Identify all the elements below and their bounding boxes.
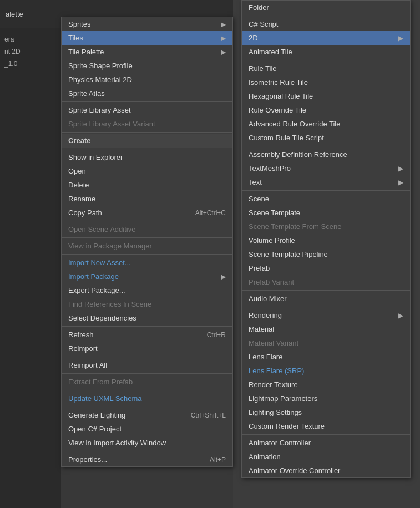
menu-item-update-uxml[interactable]: Update UXML Schema xyxy=(62,392,232,405)
menu-item-import-new[interactable]: Import New Asset... xyxy=(62,256,232,270)
shortcut-refresh: Ctrl+R xyxy=(207,331,226,339)
menu-item-scene[interactable]: Scene xyxy=(242,192,410,206)
sidebar-item-2: nt 2D xyxy=(0,45,61,58)
menu-item-sprite-lib[interactable]: Sprite Library Asset xyxy=(62,103,232,117)
r-separator-1 xyxy=(242,60,410,60)
arrow-icon-tmp: ▶ xyxy=(398,165,403,172)
menu-label-custom-rule-script: Custom Rule Tile Script xyxy=(249,134,324,142)
menu-label-animated-tile: Animated Tile xyxy=(249,48,292,56)
separator-11 xyxy=(62,451,232,451)
menu-item-lightmap-params[interactable]: Lightmap Parameters xyxy=(242,392,410,405)
menu-item-2d[interactable]: 2D ▶ xyxy=(242,31,410,45)
menu-item-physics-mat[interactable]: Physics Material 2D xyxy=(62,73,232,87)
menu-item-delete[interactable]: Delete xyxy=(62,178,232,192)
menu-label-lens-flare-srp: Lens Flare (SRP) xyxy=(249,367,304,375)
menu-item-lens-flare-srp[interactable]: Lens Flare (SRP) xyxy=(242,364,410,378)
menu-item-material[interactable]: Material xyxy=(242,322,410,336)
menu-label-refresh: Refresh xyxy=(68,331,94,339)
menu-item-tile-palette[interactable]: Tile Palette ▶ xyxy=(62,45,232,59)
r-separator-0 xyxy=(242,16,410,16)
menu-label-rule-tile: Rule Tile xyxy=(249,64,277,73)
separator-2 xyxy=(62,149,232,149)
menu-item-reimport[interactable]: Reimport xyxy=(62,342,232,355)
arrow-icon-tiles: ▶ xyxy=(221,34,226,42)
menu-item-open[interactable]: Open xyxy=(62,164,232,178)
menu-label-csharp-script: C# Script xyxy=(249,20,278,28)
menu-item-prefab[interactable]: Prefab xyxy=(242,261,410,275)
menu-label-animation: Animation xyxy=(249,453,281,461)
menu-item-assembly-def-ref[interactable]: Assembly Definition Reference xyxy=(242,148,410,161)
r-separator-5 xyxy=(242,307,410,307)
menu-item-animator-controller[interactable]: Animator Controller xyxy=(242,436,410,450)
menu-label-scene-template-from-scene: Scene Template From Scene xyxy=(249,222,341,231)
menu-item-volume-profile[interactable]: Volume Profile xyxy=(242,233,410,247)
menu-label-animator-controller: Animator Controller xyxy=(249,439,311,447)
menu-label-export-package: Export Package... xyxy=(68,286,125,294)
menu-item-reimport-all[interactable]: Reimport All xyxy=(62,358,232,372)
menu-label-material: Material xyxy=(249,325,274,333)
menu-label-lens-flare: Lens Flare xyxy=(249,353,282,361)
menu-label-folder: Folder xyxy=(249,3,269,12)
menu-label-tiles: Tiles xyxy=(68,34,83,42)
menu-item-properties[interactable]: Properties... Alt+P xyxy=(62,453,232,466)
menu-item-lens-flare[interactable]: Lens Flare xyxy=(242,350,410,364)
menu-label-rename: Rename xyxy=(68,195,95,203)
separator-10 xyxy=(62,407,232,407)
menu-item-text[interactable]: Text ▶ xyxy=(242,175,410,189)
menu-item-csharp-script[interactable]: C# Script xyxy=(242,17,410,31)
menu-label-custom-render-texture: Custom Render Texture xyxy=(249,422,325,430)
menu-item-show-explorer[interactable]: Show in Explorer xyxy=(62,150,232,164)
menu-item-hex-rule-tile[interactable]: Hexagonal Rule Tile xyxy=(242,89,410,103)
section-label-create: Create xyxy=(68,136,90,145)
menu-item-scene-template-pipeline[interactable]: Scene Template Pipeline xyxy=(242,247,410,261)
arrow-icon-import-pkg: ▶ xyxy=(221,273,226,281)
sidebar-items: era nt 2D _1.0 xyxy=(0,28,61,70)
menu-item-animator-override[interactable]: Animator Override Controller xyxy=(242,464,410,477)
menu-item-animation[interactable]: Animation xyxy=(242,450,410,464)
menu-item-view-import-activity[interactable]: View in Import Activity Window xyxy=(62,436,232,450)
menu-item-rename[interactable]: Rename xyxy=(62,192,232,206)
menu-item-textmeshpro[interactable]: TextMeshPro ▶ xyxy=(242,161,410,175)
menu-label-audio-mixer: Audio Mixer xyxy=(249,294,287,303)
menu-item-rule-override-tile[interactable]: Rule Override Tile xyxy=(242,103,410,117)
menu-item-sprites[interactable]: Sprites ▶ xyxy=(62,17,232,31)
menu-item-adv-rule-override[interactable]: Advanced Rule Override Tile xyxy=(242,117,410,131)
menu-label-animator-override: Animator Override Controller xyxy=(249,466,340,475)
menu-item-rendering[interactable]: Rendering ▶ xyxy=(242,308,410,322)
menu-item-folder[interactable]: Folder xyxy=(242,1,410,14)
menu-item-material-variant: Material Variant xyxy=(242,336,410,350)
menu-item-scene-template[interactable]: Scene Template xyxy=(242,206,410,220)
menu-item-sprite-atlas[interactable]: Sprite Atlas xyxy=(62,87,232,100)
menu-item-animated-tile[interactable]: Animated Tile xyxy=(242,45,410,59)
menu-item-sprite-shape[interactable]: Sprite Shape Profile xyxy=(62,59,232,73)
menu-label-2d: 2D xyxy=(249,34,258,42)
menu-label-prefab-variant: Prefab Variant xyxy=(249,278,294,286)
menu-item-custom-rule-script[interactable]: Custom Rule Tile Script xyxy=(242,131,410,145)
menu-item-extract-prefab: Extract From Prefab xyxy=(62,375,232,389)
menu-item-view-package: View in Package Manager xyxy=(62,239,232,253)
menu-item-custom-render-texture[interactable]: Custom Render Texture xyxy=(242,419,410,433)
separator-5 xyxy=(62,254,232,255)
menu-item-refresh[interactable]: Refresh Ctrl+R xyxy=(62,328,232,342)
menu-item-select-deps[interactable]: Select Dependencies xyxy=(62,311,232,325)
menu-label-scene: Scene xyxy=(249,195,269,203)
menu-item-audio-mixer[interactable]: Audio Mixer xyxy=(242,292,410,306)
menu-item-render-texture[interactable]: Render Texture xyxy=(242,378,410,392)
menu-item-tiles[interactable]: Tiles ▶ xyxy=(62,31,232,45)
menu-label-volume-profile: Volume Profile xyxy=(249,236,295,245)
menu-label-view-import-activity: View in Import Activity Window xyxy=(68,439,166,447)
menu-item-import-package[interactable]: Import Package ▶ xyxy=(62,270,232,283)
menu-item-lighting-settings[interactable]: Lighting Settings xyxy=(242,405,410,419)
menu-item-open-csharp[interactable]: Open C# Project xyxy=(62,422,232,436)
menu-item-rule-tile[interactable]: Rule Tile xyxy=(242,62,410,75)
separator-1 xyxy=(62,101,232,102)
separator-create xyxy=(62,132,232,133)
r-separator-2 xyxy=(242,146,410,146)
menu-label-iso-rule-tile: Isometric Rule Tile xyxy=(249,78,308,87)
menu-item-iso-rule-tile[interactable]: Isometric Rule Tile xyxy=(242,75,410,89)
menu-item-export-package[interactable]: Export Package... xyxy=(62,283,232,297)
menu-item-copy-path[interactable]: Copy Path Alt+Ctrl+C xyxy=(62,206,232,220)
menu-item-gen-lighting[interactable]: Generate Lighting Ctrl+Shift+L xyxy=(62,408,232,422)
menu-label-rule-override-tile: Rule Override Tile xyxy=(249,106,306,114)
shortcut-properties: Alt+P xyxy=(210,456,226,464)
